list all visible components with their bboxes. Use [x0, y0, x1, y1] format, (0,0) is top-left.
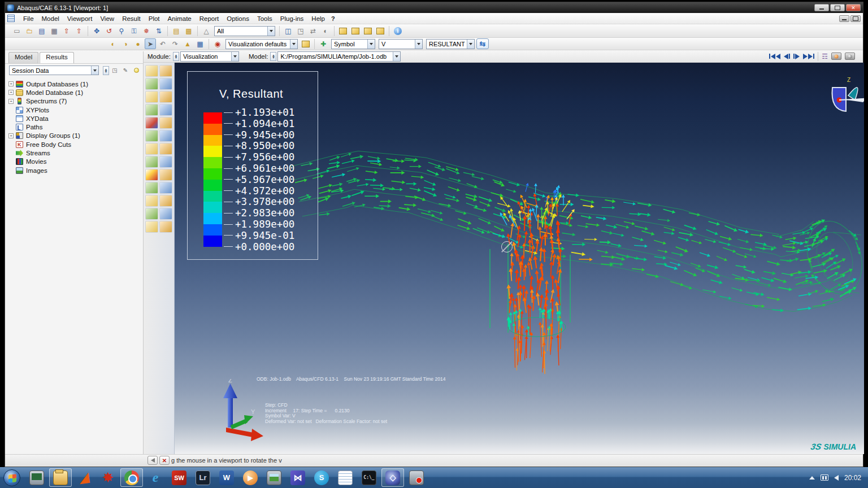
context-help-icon[interactable]: ? — [331, 15, 335, 22]
create-xy-data-icon[interactable] — [145, 182, 158, 194]
probe-values-icon[interactable]: ▲ — [182, 38, 193, 49]
new-file-icon[interactable]: ▭ — [11, 25, 23, 36]
animation-options-icon[interactable] — [159, 156, 172, 168]
spectrum-options-icon[interactable] — [159, 78, 172, 90]
clock[interactable]: 20:02 — [844, 474, 861, 482]
translucency-icon[interactable] — [300, 38, 311, 49]
selection-filter-combo[interactable]: All — [214, 26, 275, 36]
shaded-render-icon[interactable]: ● — [132, 38, 144, 49]
menu-file[interactable]: File — [19, 14, 38, 23]
menu-tools[interactable]: Tools — [253, 14, 276, 23]
model-spinner[interactable]: ▲▼ — [270, 52, 276, 61]
unmount-odb-icon[interactable]: ⇧ — [73, 25, 85, 36]
mdi-minimize-button[interactable] — [839, 15, 849, 22]
menu-viewport[interactable]: Viewport — [63, 14, 97, 23]
hiddenline-render-icon[interactable]: ◑ — [120, 38, 131, 49]
front-view-icon[interactable] — [350, 25, 361, 36]
xy-options-icon[interactable] — [159, 169, 172, 181]
tree-item-images[interactable]: Images — [8, 166, 143, 175]
orientation-options-icon[interactable] — [159, 130, 172, 142]
open-file-icon[interactable]: 🗀 — [24, 25, 35, 36]
tree-item-xydata[interactable]: XYData — [8, 114, 143, 123]
align-annotations-icon[interactable]: ⇄ — [307, 25, 319, 36]
animation-options-icon[interactable]: ☶ — [822, 53, 828, 60]
tree-item-streams[interactable]: Streams — [8, 149, 143, 157]
close-button[interactable] — [846, 4, 861, 11]
chevron-down-icon[interactable] — [393, 52, 400, 61]
tree-item-xyplots[interactable]: XYPlots — [8, 106, 143, 114]
taskbar-skype[interactable]: S — [310, 468, 333, 487]
symbol-options-icon[interactable] — [145, 117, 158, 129]
mount-odb-icon[interactable]: ⇧ — [61, 25, 72, 36]
menu-help[interactable]: Help — [307, 14, 329, 23]
minimize-button[interactable] — [814, 4, 829, 11]
magnify-view-icon[interactable]: ⚲ — [116, 25, 127, 36]
next-frame-icon[interactable] — [793, 54, 800, 59]
path-manager-icon[interactable] — [145, 195, 158, 207]
tab-results[interactable]: Results — [40, 52, 73, 63]
plot-state-icon[interactable]: ✚ — [318, 38, 329, 49]
taskbar-command-prompt[interactable]: C:\_ — [358, 468, 380, 487]
view-compass[interactable]: Z Y X — [820, 75, 864, 123]
tree-item-display-groups[interactable]: +Display Groups (1) — [8, 132, 143, 140]
hint-lightbulb-icon[interactable] — [132, 66, 141, 75]
top-view-icon[interactable] — [362, 25, 374, 36]
mdi-restore-button[interactable] — [850, 15, 861, 22]
xy-data-manager-icon[interactable] — [145, 169, 158, 181]
calculator-icon[interactable]: ▦ — [194, 38, 206, 49]
last-frame-icon[interactable] — [803, 54, 814, 59]
viewport-canvas[interactable]: V, Resultant +1.193e+01 +1.094e+01 +9.94… — [175, 63, 864, 454]
taskbar-solidworks[interactable]: SW — [168, 468, 190, 487]
session-data-combo[interactable]: Session Data — [9, 66, 99, 75]
cycle-views-icon[interactable]: ⇅ — [153, 25, 164, 36]
symbol-plot-icon[interactable] — [145, 65, 158, 77]
prompt-back-icon[interactable] — [147, 456, 158, 465]
chevron-down-icon[interactable] — [467, 40, 474, 49]
network-icon[interactable] — [821, 474, 828, 481]
material-orientation-icon[interactable] — [145, 130, 158, 142]
movie-capture-icon[interactable] — [845, 53, 855, 60]
iso-view-icon[interactable] — [337, 25, 349, 36]
viewport-annotations-icon[interactable]: ◳ — [295, 25, 306, 36]
contour-plot-icon[interactable] — [159, 65, 172, 77]
snapshot-icon[interactable] — [831, 53, 841, 60]
info-icon[interactable]: i — [392, 25, 403, 36]
speaker-icon[interactable] — [834, 475, 839, 481]
query-icon[interactable]: ▤ — [171, 25, 182, 36]
tree-item-model-database[interactable]: +Model Database (1) — [8, 88, 143, 97]
animate-harmonic-icon[interactable] — [145, 156, 158, 168]
prompt-cancel-icon[interactable]: ✕ — [159, 456, 170, 465]
tray-expand-icon[interactable] — [809, 476, 815, 480]
taskbar-word[interactable]: W — [215, 468, 238, 487]
print-icon[interactable]: ▦ — [49, 25, 60, 36]
taskbar-resource-monitor[interactable] — [25, 468, 48, 487]
color-mappings-combo[interactable]: Visualization defaults — [225, 39, 298, 49]
tree-item-movies[interactable]: Movies — [8, 158, 143, 166]
stream-options-icon[interactable] — [145, 221, 158, 233]
result-options-icon[interactable] — [159, 104, 172, 116]
select-cursor-icon[interactable]: △ — [201, 25, 212, 36]
menu-view[interactable]: View — [96, 14, 118, 23]
xy-plot-icon[interactable] — [159, 182, 172, 194]
module-spinner[interactable]: ▲▼ — [173, 52, 179, 61]
field-output-combo[interactable]: V — [379, 39, 423, 49]
select-arrow-icon[interactable]: ➤ — [145, 38, 156, 49]
auto-fit-icon[interactable]: ✵ — [141, 25, 152, 36]
taskbar-abaqus[interactable]: ⬦ — [381, 468, 404, 487]
view-cut-manager-icon[interactable] — [159, 208, 172, 220]
tree-spinner[interactable]: ▲▼ — [103, 66, 109, 75]
tree-item-spectrums[interactable]: +Spectrums (7) — [8, 97, 143, 106]
box-zoom-icon[interactable]: ⚿ — [128, 25, 140, 36]
mdi-document-icon[interactable] — [7, 15, 15, 22]
plot-options-icon[interactable] — [159, 117, 172, 129]
chevron-down-icon[interactable] — [290, 40, 297, 49]
start-button[interactable] — [3, 469, 20, 486]
refresh-icon[interactable]: ⇆ — [476, 38, 489, 49]
taskbar-screen-recorder[interactable] — [405, 468, 428, 487]
tab-model[interactable]: Model — [8, 52, 38, 63]
undeformed-plot-icon[interactable] — [145, 91, 158, 103]
tree-item-free-body-cuts[interactable]: Free Body Cuts — [8, 140, 143, 149]
path-options-icon[interactable] — [159, 195, 172, 207]
redo-icon[interactable]: ↷ — [170, 38, 181, 49]
overlay-plot-icon[interactable] — [159, 91, 172, 103]
